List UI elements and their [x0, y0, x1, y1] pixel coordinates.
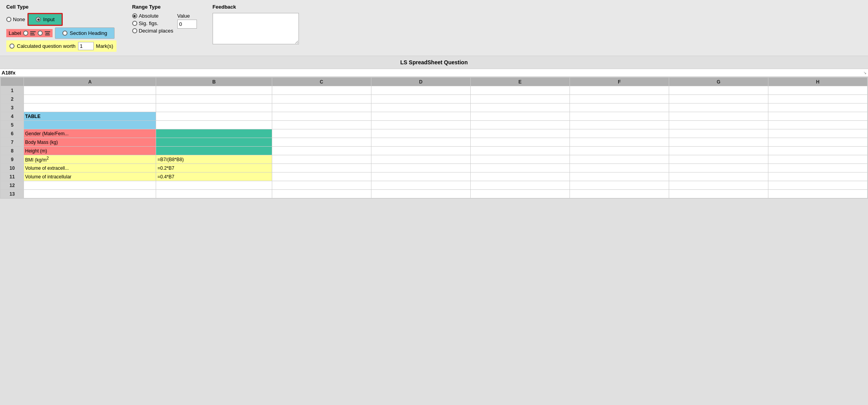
table-cell[interactable]	[768, 104, 867, 112]
table-cell[interactable]	[272, 181, 371, 190]
table-cell[interactable]	[768, 147, 867, 155]
none-radio-button[interactable]	[6, 17, 11, 22]
table-cell[interactable]	[156, 86, 272, 95]
table-cell[interactable]	[768, 121, 867, 129]
calculated-radio[interactable]	[9, 44, 15, 49]
table-cell[interactable]	[371, 173, 470, 181]
sigfigs-radio[interactable]	[132, 21, 137, 26]
grid-wrapper[interactable]: A B C D E F G H 1234TABLE56Gender (Male/…	[0, 77, 868, 199]
table-cell[interactable]	[768, 190, 867, 198]
value-input[interactable]	[177, 20, 197, 29]
table-cell[interactable]	[156, 129, 272, 138]
formula-resize-handle[interactable]: ↘	[863, 71, 866, 75]
table-cell[interactable]	[470, 173, 570, 181]
sigfigs-radio-group[interactable]: Sig. figs.	[132, 20, 173, 26]
table-cell[interactable]	[470, 95, 570, 104]
table-cell[interactable]	[768, 138, 867, 147]
table-cell[interactable]	[156, 190, 272, 198]
table-cell[interactable]: =0.2*B7	[156, 164, 272, 173]
table-cell[interactable]	[371, 104, 470, 112]
table-cell[interactable]: Height (m)	[24, 147, 156, 155]
table-cell[interactable]	[570, 104, 669, 112]
label-radio-1[interactable]	[23, 31, 28, 36]
input-button[interactable]: Input	[27, 13, 63, 26]
feedback-textarea[interactable]	[213, 13, 299, 44]
col-header-b[interactable]: B	[156, 78, 272, 86]
table-cell[interactable]	[470, 86, 570, 95]
table-cell[interactable]	[156, 181, 272, 190]
table-cell[interactable]	[272, 104, 371, 112]
table-cell[interactable]: Gender (Male/Fem...	[24, 129, 156, 138]
table-cell[interactable]	[768, 112, 867, 121]
table-cell[interactable]	[570, 129, 669, 138]
table-cell[interactable]: BMI (kg/m2	[24, 155, 156, 164]
table-cell[interactable]	[371, 95, 470, 104]
table-cell[interactable]	[156, 138, 272, 147]
table-cell[interactable]	[768, 86, 867, 95]
table-cell[interactable]	[768, 164, 867, 173]
table-cell[interactable]	[272, 138, 371, 147]
col-header-h[interactable]: H	[768, 78, 867, 86]
table-cell[interactable]: Body Mass (kg)	[24, 138, 156, 147]
table-cell[interactable]	[371, 138, 470, 147]
table-cell[interactable]	[371, 164, 470, 173]
table-cell[interactable]	[768, 173, 867, 181]
table-cell[interactable]	[669, 112, 768, 121]
table-cell[interactable]	[470, 112, 570, 121]
table-cell[interactable]	[156, 104, 272, 112]
table-cell[interactable]	[272, 164, 371, 173]
section-heading-radio[interactable]	[62, 31, 67, 36]
table-cell[interactable]	[272, 147, 371, 155]
table-cell[interactable]	[272, 112, 371, 121]
absolute-radio-group[interactable]: Absolute	[132, 13, 173, 19]
table-cell[interactable]	[470, 138, 570, 147]
table-cell[interactable]	[272, 121, 371, 129]
col-header-g[interactable]: G	[669, 78, 768, 86]
decimal-radio-group[interactable]: Decimal places	[132, 28, 173, 34]
section-heading-button[interactable]: Section Heading	[55, 27, 115, 39]
table-cell[interactable]	[570, 112, 669, 121]
table-cell[interactable]	[156, 95, 272, 104]
table-cell[interactable]: Volume of intracellular	[24, 173, 156, 181]
table-cell[interactable]	[470, 104, 570, 112]
table-cell[interactable]	[272, 129, 371, 138]
table-cell[interactable]	[570, 121, 669, 129]
table-cell[interactable]	[570, 181, 669, 190]
table-cell[interactable]	[470, 164, 570, 173]
table-cell[interactable]	[768, 155, 867, 164]
none-radio-group[interactable]: None	[6, 16, 25, 22]
table-cell[interactable]: =0.4*B7	[156, 173, 272, 181]
table-cell[interactable]	[669, 190, 768, 198]
table-cell[interactable]	[470, 147, 570, 155]
table-cell[interactable]	[24, 190, 156, 198]
col-header-c[interactable]: C	[272, 78, 371, 86]
table-cell[interactable]	[570, 173, 669, 181]
decimal-radio[interactable]	[132, 28, 137, 33]
table-cell[interactable]	[272, 86, 371, 95]
table-cell[interactable]	[24, 95, 156, 104]
table-cell[interactable]	[371, 129, 470, 138]
table-cell[interactable]	[371, 86, 470, 95]
table-cell[interactable]: TABLE	[24, 112, 156, 121]
table-cell[interactable]	[570, 95, 669, 104]
table-cell[interactable]	[470, 181, 570, 190]
table-cell[interactable]	[24, 104, 156, 112]
table-cell[interactable]	[470, 129, 570, 138]
col-header-f[interactable]: F	[570, 78, 669, 86]
table-cell[interactable]	[24, 86, 156, 95]
table-cell[interactable]	[156, 147, 272, 155]
table-cell[interactable]	[470, 190, 570, 198]
table-cell[interactable]	[272, 95, 371, 104]
col-header-e[interactable]: E	[470, 78, 570, 86]
table-cell[interactable]	[156, 112, 272, 121]
table-cell[interactable]	[570, 190, 669, 198]
col-header-a[interactable]: A	[24, 78, 156, 86]
table-cell[interactable]	[768, 181, 867, 190]
table-cell[interactable]	[669, 95, 768, 104]
table-cell[interactable]	[669, 155, 768, 164]
table-cell[interactable]	[570, 155, 669, 164]
table-cell[interactable]	[272, 155, 371, 164]
table-cell[interactable]	[470, 121, 570, 129]
table-cell[interactable]	[570, 164, 669, 173]
table-cell[interactable]	[669, 138, 768, 147]
